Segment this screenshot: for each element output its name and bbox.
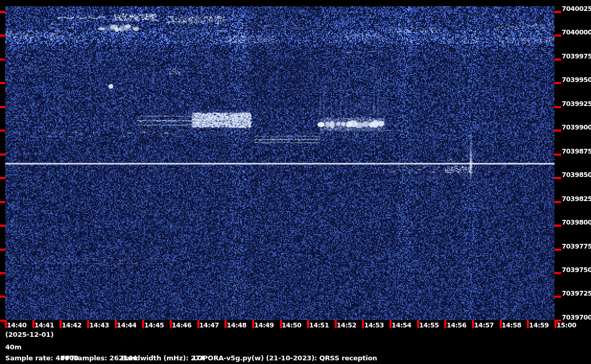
time-tick-label: 14:42 — [62, 322, 81, 329]
freq-tick-label: 7040000 — [562, 29, 591, 36]
freq-tick-left — [0, 154, 5, 156]
freq-tick-right — [554, 225, 561, 227]
freq-tick-left — [0, 272, 5, 274]
freq-tick-label: 7039800 — [562, 219, 591, 226]
time-tick-label: 14:48 — [227, 322, 246, 329]
time-tick-label: 14:41 — [34, 322, 54, 329]
time-tick-label: 14:40 — [7, 322, 27, 329]
freq-tick-left — [0, 130, 5, 132]
freq-tick-label: 7039775 — [562, 243, 591, 250]
freq-tick-left — [0, 225, 5, 227]
freq-tick-right — [554, 154, 561, 156]
freq-tick-right — [554, 106, 561, 108]
time-tick-label: 14:59 — [529, 322, 549, 329]
freq-tick-label: 7039950 — [562, 76, 591, 83]
status-app-info: LOPORA-v5g.py(w) (21-10-2023): QRSS rece… — [193, 354, 377, 362]
status-bandwidth: Bandwidth (mHz): 274 — [121, 354, 205, 362]
time-tick-label: 14:51 — [309, 322, 329, 329]
freq-tick-left — [0, 106, 5, 108]
freq-tick-left — [0, 11, 5, 13]
time-tick-label: 14:53 — [364, 322, 384, 329]
freq-tick-label: 7039925 — [562, 100, 591, 107]
time-tick-label: 14:50 — [282, 322, 302, 329]
time-tick-label: 14:58 — [502, 322, 522, 329]
spectrogram-canvas — [0, 0, 591, 364]
time-tick-label: 14:44 — [117, 322, 137, 329]
freq-tick-label: 7040025 — [562, 5, 591, 12]
freq-tick-left — [0, 296, 5, 298]
time-tick-label: 14:49 — [254, 322, 274, 329]
freq-tick-label: 7039900 — [562, 124, 591, 131]
freq-tick-label: 7039850 — [562, 171, 591, 178]
time-tick-label: 14:55 — [419, 322, 439, 329]
time-tick-label: 14:56 — [446, 322, 466, 329]
time-tick-label: 14:43 — [89, 322, 109, 329]
time-tick-label: 15:00 — [557, 322, 576, 329]
freq-tick-right — [554, 177, 561, 179]
time-tick-label: 14:57 — [474, 322, 494, 329]
time-tick-label: 14:46 — [172, 322, 192, 329]
freq-tick-left — [0, 82, 5, 84]
freq-tick-label: 7039975 — [562, 53, 591, 60]
freq-tick-right — [554, 272, 561, 274]
freq-tick-right — [554, 130, 561, 132]
freq-tick-right — [554, 296, 561, 298]
freq-tick-left — [0, 201, 5, 203]
freq-tick-left — [0, 249, 5, 251]
time-tick-label: 14:47 — [199, 322, 219, 329]
freq-tick-right — [554, 82, 561, 84]
freq-tick-right — [554, 249, 561, 251]
time-tick-label: 14:52 — [337, 322, 357, 329]
freq-tick-right — [554, 201, 561, 203]
freq-tick-right — [554, 11, 561, 13]
freq-tick-right — [554, 58, 561, 61]
freq-tick-left — [0, 34, 5, 37]
freq-tick-label: 7039700 — [562, 314, 591, 321]
time-tick-label: 14:45 — [144, 322, 164, 329]
date-label: (2025-12-01) — [5, 331, 54, 338]
freq-tick-left — [0, 58, 5, 61]
freq-tick-right — [554, 34, 561, 37]
freq-tick-label: 7039875 — [562, 148, 591, 155]
band-label: 40m — [5, 343, 21, 351]
time-tick-label: 14:54 — [392, 322, 411, 329]
freq-tick-label: 7039750 — [562, 266, 591, 273]
lopora-spectrogram-window: (2025-12-01) 40m Sample rate: 48000 FFTs… — [0, 0, 591, 364]
freq-tick-left — [0, 177, 5, 179]
freq-tick-label: 7039725 — [562, 290, 591, 297]
freq-tick-label: 7039825 — [562, 195, 591, 202]
